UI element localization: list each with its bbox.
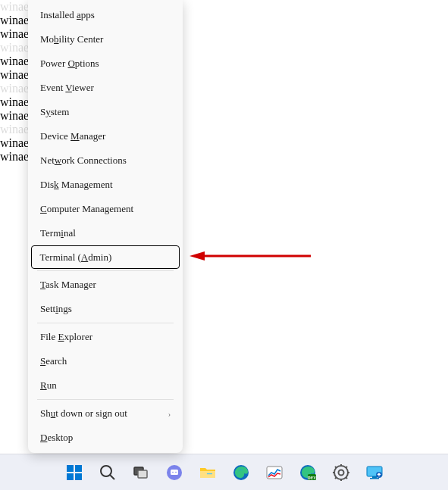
- menu-item-label: Event Viewer: [40, 82, 94, 94]
- menu-item-system[interactable]: System: [31, 100, 180, 124]
- menu-item-label: Device Manager: [40, 130, 105, 142]
- menu-item-label: Power Options: [40, 58, 99, 70]
- winx-context-menu: Installed appsMobility CenterPower Optio…: [28, 0, 183, 164]
- menu-item-event-viewer[interactable]: Event Viewer: [31, 76, 180, 100]
- menu-item-label: Mobility Center: [40, 33, 103, 45]
- menu-item-label: Network Connections: [40, 154, 127, 164]
- menu-item-label: Installed apps: [40, 9, 95, 21]
- menu-item-label: System: [40, 106, 69, 118]
- menu-item-power-options[interactable]: Power Options: [31, 51, 180, 76]
- menu-item-mobility-center[interactable]: Mobility Center: [31, 27, 180, 51]
- menu-item-installed-apps[interactable]: Installed apps: [31, 3, 180, 27]
- menu-item-device-manager[interactable]: Device Manager: [31, 124, 180, 148]
- menu-item-network-connections[interactable]: Network Connections: [31, 148, 180, 164]
